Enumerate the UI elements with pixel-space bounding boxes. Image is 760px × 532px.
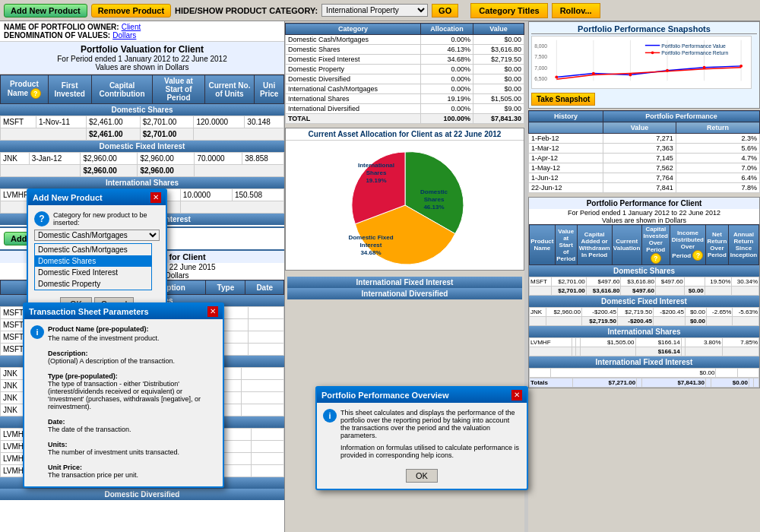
svg-point-17 (629, 74, 632, 77)
svg-text:International: International (357, 162, 394, 169)
col-price: Uni Price (255, 75, 284, 104)
perf-dom-shares-header: Domestic Shares (529, 265, 759, 277)
portfolio-title: Portfolio Valuation for Client (2, 44, 282, 55)
msft-date: 1-Nov-11 (36, 116, 86, 128)
line-chart: Portfolio Performance Value Portfolio Pe… (531, 36, 752, 89)
remove-product-button[interactable]: Remove Product (91, 4, 171, 17)
ds-subtotal-value: $2,701.00 (140, 128, 194, 141)
trans-field-3-name: Type (pre-populated): (48, 372, 118, 380)
category-select[interactable]: International Property (321, 4, 428, 17)
tab-category-titles[interactable]: Category Titles (470, 3, 547, 18)
help-income[interactable]: ? (692, 250, 703, 261)
hist-sub-value: Value (603, 122, 676, 134)
overview-dialog-ok-button[interactable]: OK (406, 469, 438, 483)
trans-field-2-name: Description: (48, 350, 88, 357)
svg-text:6,500: 6,500 (534, 76, 547, 81)
col-product-name: Product Name ? (1, 75, 49, 104)
list-item-shares[interactable]: Domestic Shares (35, 255, 151, 267)
owner-value: Client (122, 23, 141, 31)
perf-panel-period: For Period ended 1 January 2012 to 22 Ju… (529, 209, 759, 217)
svg-text:Portfolio Performance Return: Portfolio Performance Return (661, 50, 728, 55)
svg-text:Domestic Fixed: Domestic Fixed (348, 234, 393, 241)
overview-dialog-title: Portfolio Performance Overview (321, 391, 449, 400)
history-row: 1-Jun-127,7646.4% (529, 173, 760, 183)
history-row: 1-Feb-127,2712.3% (529, 134, 760, 144)
perf-col-value-start: Value at Start of Period (555, 225, 577, 265)
pie-chart-title: Current Asset Allocation for Client as a… (286, 128, 524, 141)
add-product-dialog: Add New Product ✕ ? Category for new pro… (27, 188, 167, 318)
perf-row: LVMHF $1,505.00 $166.14 3.80% 7.85% (530, 338, 759, 347)
svg-text:Portfolio Performance Value: Portfolio Performance Value (661, 43, 726, 49)
perf-subtotal-row: $166.14 (530, 347, 759, 356)
dialog-add-title: Add New Product (33, 193, 103, 202)
trans-dom-diversified-header: Domestic Diversified (0, 489, 284, 500)
domestic-fixed-header: Domestic Fixed Interest (0, 141, 284, 152)
add-new-product-button[interactable]: Add New Product (4, 4, 87, 17)
owner-label: NAME OF PORTFOLIO OWNER: (4, 23, 119, 31)
hist-sub-date (529, 122, 603, 134)
alloc-row: Domestic Fixed Interest34.68%$2,719.50 (286, 55, 524, 65)
alloc-row: International Cash/Mortgages0.00%$0.00 (286, 84, 524, 94)
svg-text:19.19%: 19.19% (366, 177, 386, 184)
svg-point-16 (592, 72, 595, 75)
ds-subtotal-capital: $2,461.00 (87, 128, 141, 141)
svg-point-19 (703, 66, 706, 69)
trans-col-type: Type (206, 280, 245, 295)
trans-field-6-desc: The transaction price per unit. (48, 471, 217, 479)
take-snapshot-button[interactable]: Take Snapshot (531, 93, 595, 106)
alloc-col-allocation: Allocation (421, 24, 473, 35)
jnk-capital: $2,960.00 (81, 153, 138, 165)
toolbar: Add New Product Remove Product HIDE/SHOW… (0, 0, 760, 21)
list-item-cash[interactable]: Domestic Cash/Mortgages (35, 244, 151, 255)
alloc-total-row: TOTAL100.00%$7,841.30 (286, 114, 524, 124)
list-item-property[interactable]: Domestic Property (35, 278, 151, 290)
perf-col-cap-invested: Capital Invested Over Period ? (641, 225, 670, 265)
help-icon-product[interactable]: ? (30, 88, 41, 99)
go-button[interactable]: GO (432, 4, 458, 17)
hist-col-perf: Portfolio Performance (603, 111, 760, 122)
trans-field-5-name: Units: (48, 441, 68, 448)
svg-text:8,000: 8,000 (534, 43, 547, 49)
col-units: Current No. of Units (204, 75, 255, 104)
trans-info-icon: i (30, 325, 44, 339)
trans-dialog-title: Transaction Sheet Parameters (29, 307, 149, 316)
perf-intl-fixed-header: International Fixed Interest (529, 356, 759, 368)
hist-sub-return: Return (676, 122, 759, 134)
df-subtotal-value: $2,960.00 (138, 165, 195, 177)
overview-dialog-close-button[interactable]: ✕ (511, 390, 522, 401)
perf-col-product: Product Name (530, 225, 556, 265)
perf-intl-shares-header: International Shares (529, 326, 759, 337)
svg-text:Shares: Shares (423, 196, 444, 203)
jnk-units: 70.0000 (195, 153, 242, 165)
perf-dom-fixed-header: Domestic Fixed Interest (529, 296, 759, 307)
perf-col-capital-added: Capital Added or Withdrawn In Period (577, 225, 612, 265)
perf-row: JNK $2,960.00 -$200.45 $2,719.50 -$200.4… (530, 308, 759, 317)
history-row: 1-May-127,5627.0% (529, 163, 760, 173)
help-cap-invested[interactable]: ? (651, 253, 661, 264)
dialog-add-dropdown[interactable]: Domestic Cash/Mortgages (34, 230, 160, 241)
domestic-shares-header: Domestic Shares (0, 104, 284, 116)
list-item-fixed[interactable]: Domestic Fixed Interest (35, 267, 151, 278)
intl-diversified-header: International Diversified (287, 288, 522, 299)
tab-rollov[interactable]: Rollov... (552, 3, 600, 18)
alloc-col-category: Category (286, 24, 421, 35)
trans-dialog-close-button[interactable]: ✕ (207, 306, 218, 317)
product-msft: MSFT (1, 116, 36, 128)
msft-capital: $2,461.00 (87, 116, 141, 128)
trans-field-1-desc: The name of the investment product. (48, 334, 217, 342)
svg-text:Shares: Shares (366, 169, 386, 176)
dialog-add-close-button[interactable]: ✕ (150, 192, 161, 203)
perf-col-annual-return: Annual Return Since Inception (728, 225, 758, 265)
product-jnk: JNK (1, 153, 30, 165)
trans-field-1-name: Product Name (pre-populated): (48, 325, 149, 333)
dialog-add-list: Domestic Cash/Mortgages Domestic Shares … (34, 243, 152, 290)
overview-text-1: This sheet calculates and displays the p… (340, 409, 521, 439)
jnk-price: 38.858 (242, 153, 284, 165)
subtotal-row: $2,960.00 $2,960.00 (1, 165, 284, 177)
overview-dialog-title-bar: Portfolio Performance Overview ✕ (317, 388, 527, 403)
totals-row: Totals $7,271.00 $7,841.30 $0.00 (530, 378, 759, 388)
trans-field-2-desc: (Optional) A description of the transact… (48, 357, 217, 365)
svg-point-18 (666, 69, 669, 72)
history-row: 22-Jun-127,8417.8% (529, 183, 760, 193)
denom-value: Dollars (112, 31, 136, 40)
